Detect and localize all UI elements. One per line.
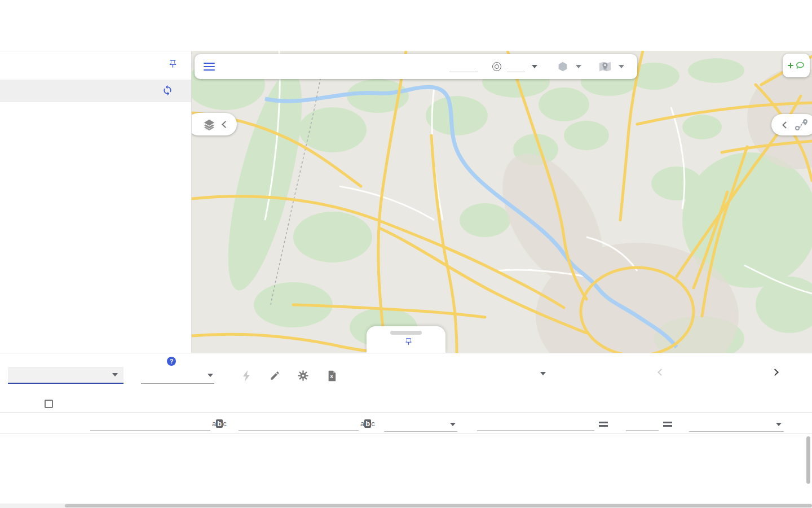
- collapse-left-icon: [222, 121, 229, 128]
- mode-select[interactable]: [141, 367, 214, 384]
- table-view-tab[interactable]: [367, 326, 445, 353]
- rows-per-page-caret[interactable]: [540, 372, 546, 375]
- layers-panel: [0, 51, 192, 353]
- search-input[interactable]: [225, 62, 411, 72]
- refresh-icon[interactable]: [162, 85, 173, 98]
- filter-account-type[interactable]: [384, 431, 457, 432]
- mode-caret: [208, 374, 213, 377]
- mode-help-icon[interactable]: ?: [167, 357, 176, 366]
- bulk-action-icon[interactable]: [242, 370, 251, 384]
- menu-icon[interactable]: [204, 60, 215, 72]
- table-body: [0, 434, 812, 508]
- layer-switcher-button[interactable]: [192, 113, 237, 135]
- rings-input[interactable]: [507, 61, 525, 72]
- vertical-scrollbar[interactable]: [806, 436, 810, 484]
- layer-links: [0, 102, 191, 124]
- screenshot-root: +: [0, 0, 812, 508]
- radius-input[interactable]: [449, 61, 478, 72]
- horizontal-scrollbar-thumb[interactable]: [65, 504, 812, 507]
- svg-text:X: X: [330, 374, 333, 379]
- lasso-add-button[interactable]: +: [783, 54, 810, 77]
- drag-handle[interactable]: [390, 331, 422, 335]
- comparator-icon[interactable]: [663, 422, 672, 428]
- table-header: [0, 396, 812, 413]
- filter-created-time[interactable]: [477, 416, 594, 431]
- object-select[interactable]: [8, 367, 123, 384]
- map-background: [192, 51, 812, 353]
- layers-header: [0, 51, 191, 80]
- lasso-icon: [795, 61, 805, 70]
- edit-icon[interactable]: [270, 370, 280, 383]
- source-row: [0, 80, 191, 102]
- select-all-checkbox[interactable]: [45, 400, 53, 408]
- plus-icon: +: [787, 59, 793, 72]
- pin-panel-icon[interactable]: [168, 59, 178, 71]
- object-caret: [112, 373, 118, 376]
- territory-map-icon[interactable]: [598, 61, 612, 72]
- next-page-icon[interactable]: [771, 369, 779, 376]
- pin-table-icon[interactable]: [404, 338, 413, 346]
- map-canvas[interactable]: +: [192, 51, 812, 353]
- map-search-bar: [195, 54, 637, 79]
- route-panel-button[interactable]: [771, 114, 812, 135]
- layers-icon: [202, 118, 216, 130]
- status-filter-caret[interactable]: [776, 423, 782, 426]
- horizontal-scrollbar-track[interactable]: [0, 503, 812, 508]
- hexagon-dropdown-caret[interactable]: [576, 65, 581, 68]
- status-filter-underline: [689, 431, 784, 432]
- table-settings-icon[interactable]: [298, 370, 308, 383]
- title-bar: [0, 0, 812, 51]
- table-panel: ? X abc abc: [0, 353, 812, 508]
- filter-row: abc abc: [0, 413, 812, 434]
- hexagon-region-icon[interactable]: [557, 60, 569, 73]
- prev-page-icon[interactable]: [657, 369, 665, 376]
- filter-distance[interactable]: [626, 416, 659, 431]
- rings-icon: [492, 62, 501, 71]
- comparator-icon[interactable]: [599, 422, 608, 428]
- match-mode-icon[interactable]: abc: [212, 419, 227, 428]
- territory-dropdown-caret[interactable]: [619, 65, 624, 68]
- export-excel-icon[interactable]: X: [327, 370, 337, 384]
- match-mode-icon[interactable]: abc: [360, 419, 375, 428]
- filter-phone[interactable]: [239, 416, 359, 431]
- account-type-filter-caret[interactable]: [450, 423, 456, 426]
- rings-dropdown-caret[interactable]: [532, 65, 537, 68]
- route-icon: [794, 119, 809, 131]
- filter-account-name[interactable]: [90, 416, 210, 431]
- collapse-route-icon: [782, 121, 789, 129]
